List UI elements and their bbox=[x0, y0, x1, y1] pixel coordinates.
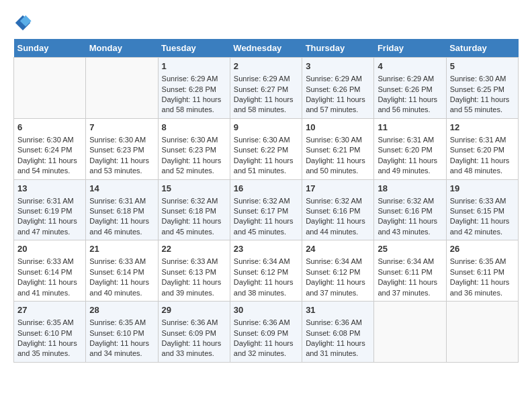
cell-info: Daylight: 11 hours and 43 minutes. bbox=[378, 216, 442, 237]
cell-info: Sunrise: 6:29 AM bbox=[378, 74, 442, 84]
calendar-cell: 28Sunrise: 6:35 AMSunset: 6:10 PMDayligh… bbox=[86, 302, 158, 363]
cell-info: Daylight: 11 hours and 53 minutes. bbox=[89, 156, 154, 177]
cell-info: Daylight: 11 hours and 44 minutes. bbox=[306, 216, 370, 237]
cell-info: Sunset: 6:14 PM bbox=[17, 267, 82, 277]
cell-info: Sunset: 6:11 PM bbox=[378, 267, 442, 277]
calendar-cell: 31Sunrise: 6:36 AMSunset: 6:08 PMDayligh… bbox=[302, 302, 374, 363]
cell-info: Sunset: 6:27 PM bbox=[234, 85, 298, 95]
cell-info: Sunset: 6:12 PM bbox=[234, 267, 298, 277]
logo-icon bbox=[13, 13, 32, 32]
calendar-cell: 15Sunrise: 6:32 AMSunset: 6:18 PMDayligh… bbox=[158, 179, 230, 240]
day-number: 24 bbox=[306, 243, 370, 255]
day-number: 19 bbox=[450, 183, 515, 195]
cell-info: Daylight: 11 hours and 55 minutes. bbox=[450, 95, 515, 116]
cell-info: Sunrise: 6:35 AM bbox=[450, 257, 515, 267]
calendar-cell: 7Sunrise: 6:30 AMSunset: 6:23 PMDaylight… bbox=[86, 118, 158, 179]
calendar-week-5: 27Sunrise: 6:35 AMSunset: 6:10 PMDayligh… bbox=[14, 302, 519, 363]
calendar-week-3: 13Sunrise: 6:31 AMSunset: 6:19 PMDayligh… bbox=[14, 179, 519, 240]
cell-info: Sunrise: 6:32 AM bbox=[234, 196, 298, 206]
cell-info: Sunrise: 6:31 AM bbox=[378, 135, 442, 145]
day-number: 9 bbox=[234, 122, 298, 134]
calendar-cell: 1Sunrise: 6:29 AMSunset: 6:28 PMDaylight… bbox=[158, 58, 230, 119]
day-number: 6 bbox=[17, 122, 82, 134]
day-number: 18 bbox=[378, 183, 442, 195]
header-cell-thursday: Thursday bbox=[302, 39, 374, 58]
day-number: 26 bbox=[450, 243, 515, 255]
calendar-cell: 24Sunrise: 6:34 AMSunset: 6:12 PMDayligh… bbox=[302, 240, 374, 302]
cell-info: Sunset: 6:18 PM bbox=[162, 206, 226, 216]
page-header bbox=[13, 13, 519, 32]
cell-info: Sunrise: 6:33 AM bbox=[450, 196, 515, 206]
day-number: 17 bbox=[306, 183, 370, 195]
cell-info: Daylight: 11 hours and 45 minutes. bbox=[234, 216, 298, 237]
cell-info: Daylight: 11 hours and 58 minutes. bbox=[162, 95, 226, 116]
calendar-cell: 29Sunrise: 6:36 AMSunset: 6:09 PMDayligh… bbox=[158, 302, 230, 363]
cell-info: Daylight: 11 hours and 41 minutes. bbox=[17, 277, 82, 298]
cell-info: Sunrise: 6:34 AM bbox=[378, 257, 442, 267]
cell-info: Sunset: 6:24 PM bbox=[17, 145, 82, 155]
calendar-cell: 23Sunrise: 6:34 AMSunset: 6:12 PMDayligh… bbox=[230, 240, 302, 302]
cell-info: Sunrise: 6:31 AM bbox=[17, 196, 82, 206]
cell-info: Daylight: 11 hours and 51 minutes. bbox=[234, 156, 298, 177]
cell-info: Sunset: 6:09 PM bbox=[162, 328, 226, 338]
day-number: 27 bbox=[17, 304, 82, 316]
day-number: 21 bbox=[89, 243, 154, 255]
calendar-week-4: 20Sunrise: 6:33 AMSunset: 6:14 PMDayligh… bbox=[14, 240, 519, 302]
calendar-cell: 5Sunrise: 6:30 AMSunset: 6:25 PMDaylight… bbox=[446, 58, 518, 119]
calendar-week-1: 1Sunrise: 6:29 AMSunset: 6:28 PMDaylight… bbox=[14, 58, 519, 119]
cell-info: Daylight: 11 hours and 39 minutes. bbox=[162, 277, 226, 298]
cell-info: Sunrise: 6:31 AM bbox=[450, 135, 515, 145]
header-cell-friday: Friday bbox=[374, 39, 446, 58]
day-number: 29 bbox=[162, 304, 226, 316]
calendar-cell: 19Sunrise: 6:33 AMSunset: 6:15 PMDayligh… bbox=[446, 179, 518, 240]
cell-info: Daylight: 11 hours and 37 minutes. bbox=[378, 277, 442, 298]
cell-info: Sunset: 6:23 PM bbox=[162, 145, 226, 155]
cell-info: Sunrise: 6:30 AM bbox=[306, 135, 370, 145]
cell-info: Sunset: 6:21 PM bbox=[306, 145, 370, 155]
day-number: 16 bbox=[234, 183, 298, 195]
cell-info: Sunset: 6:17 PM bbox=[234, 206, 298, 216]
calendar-cell: 16Sunrise: 6:32 AMSunset: 6:17 PMDayligh… bbox=[230, 179, 302, 240]
cell-info: Sunset: 6:15 PM bbox=[450, 206, 515, 216]
day-number: 14 bbox=[89, 183, 154, 195]
cell-info: Sunset: 6:12 PM bbox=[306, 267, 370, 277]
cell-info: Daylight: 11 hours and 46 minutes. bbox=[89, 216, 154, 237]
cell-info: Daylight: 11 hours and 31 minutes. bbox=[306, 338, 370, 359]
cell-info: Sunrise: 6:31 AM bbox=[89, 196, 154, 206]
cell-info: Daylight: 11 hours and 36 minutes. bbox=[450, 277, 515, 298]
day-number: 23 bbox=[234, 243, 298, 255]
cell-info: Daylight: 11 hours and 45 minutes. bbox=[162, 216, 226, 237]
cell-info: Sunrise: 6:30 AM bbox=[450, 74, 515, 84]
day-number: 31 bbox=[306, 304, 370, 316]
cell-info: Sunset: 6:16 PM bbox=[306, 206, 370, 216]
cell-info: Sunset: 6:10 PM bbox=[17, 328, 82, 338]
cell-info: Sunset: 6:23 PM bbox=[89, 145, 154, 155]
day-number: 11 bbox=[378, 122, 442, 134]
cell-info: Daylight: 11 hours and 56 minutes. bbox=[378, 95, 442, 116]
cell-info: Sunrise: 6:29 AM bbox=[162, 74, 226, 84]
cell-info: Sunset: 6:25 PM bbox=[450, 85, 515, 95]
day-number: 5 bbox=[450, 60, 515, 73]
calendar-cell: 22Sunrise: 6:33 AMSunset: 6:13 PMDayligh… bbox=[158, 240, 230, 302]
cell-info: Daylight: 11 hours and 50 minutes. bbox=[306, 156, 370, 177]
cell-info: Daylight: 11 hours and 42 minutes. bbox=[450, 216, 515, 237]
cell-info: Daylight: 11 hours and 35 minutes. bbox=[17, 338, 82, 359]
cell-info: Sunset: 6:19 PM bbox=[17, 206, 82, 216]
cell-info: Sunrise: 6:33 AM bbox=[162, 257, 226, 267]
cell-info: Sunset: 6:13 PM bbox=[162, 267, 226, 277]
calendar-cell bbox=[14, 58, 86, 119]
cell-info: Daylight: 11 hours and 52 minutes. bbox=[162, 156, 226, 177]
calendar-week-2: 6Sunrise: 6:30 AMSunset: 6:24 PMDaylight… bbox=[14, 118, 519, 179]
cell-info: Daylight: 11 hours and 49 minutes. bbox=[378, 156, 442, 177]
calendar-cell: 10Sunrise: 6:30 AMSunset: 6:21 PMDayligh… bbox=[302, 118, 374, 179]
cell-info: Daylight: 11 hours and 32 minutes. bbox=[234, 338, 298, 359]
cell-info: Daylight: 11 hours and 33 minutes. bbox=[162, 338, 226, 359]
calendar-table: SundayMondayTuesdayWednesdayThursdayFrid… bbox=[13, 39, 519, 363]
cell-info: Sunrise: 6:33 AM bbox=[17, 257, 82, 267]
calendar-cell: 8Sunrise: 6:30 AMSunset: 6:23 PMDaylight… bbox=[158, 118, 230, 179]
cell-info: Sunrise: 6:34 AM bbox=[306, 257, 370, 267]
day-number: 1 bbox=[162, 60, 226, 73]
calendar-cell: 17Sunrise: 6:32 AMSunset: 6:16 PMDayligh… bbox=[302, 179, 374, 240]
cell-info: Sunrise: 6:36 AM bbox=[306, 318, 370, 328]
calendar-cell: 30Sunrise: 6:36 AMSunset: 6:09 PMDayligh… bbox=[230, 302, 302, 363]
